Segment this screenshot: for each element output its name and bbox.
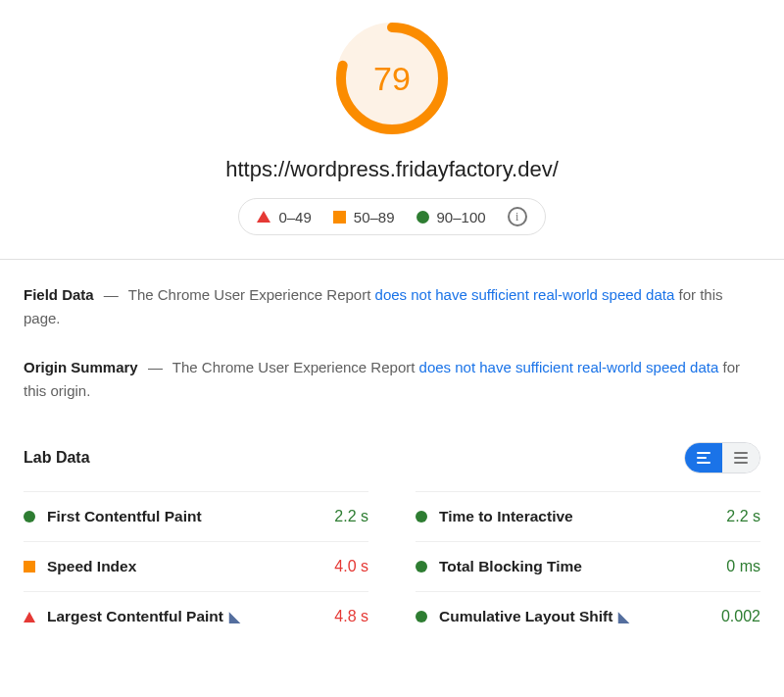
metric-fcp[interactable]: First Contentful Paint 2.2 s	[24, 491, 368, 541]
view-toggle	[684, 442, 760, 473]
view-toggle-compact[interactable]	[722, 443, 760, 473]
metric-tbt[interactable]: Total Blocking Time 0 ms	[416, 541, 760, 591]
metric-tti[interactable]: Time to Interactive 2.2 s	[416, 491, 760, 541]
bookmark-icon: ◣	[229, 609, 240, 624]
field-data-label: Field Data	[24, 286, 94, 303]
circle-green-icon	[416, 611, 427, 622]
field-data-link[interactable]: does not have sufficient real-world spee…	[375, 286, 675, 303]
origin-summary-label: Origin Summary	[24, 359, 138, 375]
metric-cls[interactable]: Cumulative Layout Shift◣ 0.002	[416, 591, 760, 641]
metric-name: Largest Contentful Paint◣	[47, 608, 322, 625]
metric-value: 4.8 s	[334, 608, 368, 625]
score-header: 79 https://wordpress.fridayfactory.dev/ …	[0, 0, 784, 260]
legend-good: 90–100	[416, 209, 486, 225]
square-orange-icon	[24, 561, 35, 573]
metric-value: 0.002	[721, 608, 760, 625]
lines-left-icon	[697, 452, 710, 464]
metric-value: 2.2 s	[334, 508, 368, 525]
circle-green-icon	[416, 511, 427, 523]
score-gauge: 79	[333, 20, 451, 137]
metric-si[interactable]: Speed Index 4.0 s	[24, 541, 368, 591]
legend-average: 50–89	[333, 209, 395, 225]
metric-value: 4.0 s	[334, 558, 368, 575]
lab-metrics-grid: First Contentful Paint 2.2 s Time to Int…	[24, 491, 760, 641]
score-legend: 0–49 50–89 90–100 i	[238, 198, 545, 235]
metric-value: 0 ms	[726, 558, 760, 575]
bookmark-icon: ◣	[618, 609, 629, 624]
view-toggle-expanded[interactable]	[685, 443, 722, 473]
field-data-section: Field Data — The Chrome User Experience …	[24, 283, 760, 330]
square-orange-icon	[333, 211, 346, 224]
legend-poor: 0–49	[257, 209, 311, 225]
metric-lcp[interactable]: Largest Contentful Paint◣ 4.8 s	[24, 591, 368, 641]
metric-name: First Contentful Paint	[47, 508, 322, 525]
triangle-red-icon	[257, 211, 270, 223]
metric-name: Cumulative Layout Shift◣	[439, 608, 710, 625]
info-icon[interactable]: i	[508, 207, 527, 226]
page-url: https://wordpress.fridayfactory.dev/	[0, 157, 784, 182]
lab-data-title: Lab Data	[24, 449, 90, 467]
metric-value: 2.2 s	[726, 508, 760, 525]
circle-green-icon	[416, 211, 429, 224]
score-value: 79	[333, 20, 451, 137]
circle-green-icon	[416, 561, 427, 573]
metric-name: Time to Interactive	[439, 508, 714, 525]
metric-name: Speed Index	[47, 558, 322, 575]
triangle-red-icon	[24, 612, 35, 622]
lines-right-icon	[734, 452, 748, 464]
metric-name: Total Blocking Time	[439, 558, 714, 575]
origin-summary-link[interactable]: does not have sufficient real-world spee…	[419, 359, 719, 375]
circle-green-icon	[24, 511, 35, 523]
origin-summary-section: Origin Summary — The Chrome User Experie…	[24, 356, 760, 403]
